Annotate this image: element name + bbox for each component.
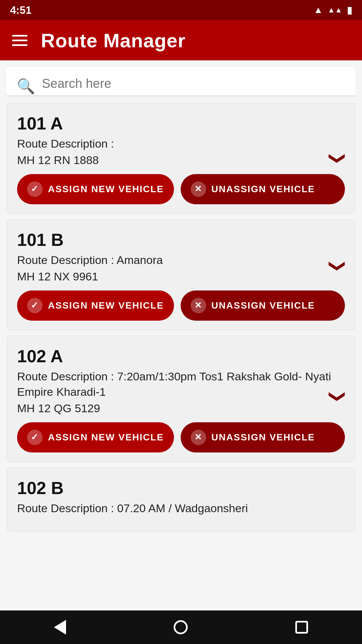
route-card-101b: 101 B Route Description : Amanora MH 12 … xyxy=(7,219,355,330)
hamburger-menu-icon[interactable] xyxy=(12,35,27,46)
route-vehicle-102a: MH 12 QG 5129 xyxy=(17,402,345,415)
search-icon: 🔍 xyxy=(17,77,35,95)
app-bar: Route Manager xyxy=(0,20,362,60)
route-vehicle-101a: MH 12 RN 1888 xyxy=(17,154,345,167)
checkmark-icon-assign-102a: ✓ xyxy=(27,430,43,445)
card-actions-101a: ✓ ASSIGN NEW VEHICLE ✕ UNASSIGN VEHICLE xyxy=(17,174,345,204)
route-cards-list: 101 A Route Description : MH 12 RN 1888 … xyxy=(0,96,362,538)
route-card-102a: 102 A Route Description : 7:20am/1:30pm … xyxy=(7,336,355,462)
home-circle-icon xyxy=(174,620,188,634)
route-id-101b: 101 B xyxy=(17,230,345,250)
bottom-nav-bar xyxy=(0,610,362,644)
search-bar: 🔍 xyxy=(7,67,355,96)
app-title: Route Manager xyxy=(41,29,186,52)
cross-icon-unassign-101a: ✕ xyxy=(191,181,206,197)
search-input[interactable] xyxy=(42,76,345,96)
battery-icon: ▮ xyxy=(347,5,352,16)
assign-vehicle-button-101a[interactable]: ✓ ASSIGN NEW VEHICLE xyxy=(17,174,174,204)
unassign-label-101b: UNASSIGN VEHICLE xyxy=(212,300,315,311)
route-id-101a: 101 A xyxy=(17,113,345,133)
route-vehicle-101b: MH 12 NX 9961 xyxy=(17,270,345,283)
chevron-down-icon-102a[interactable]: ❯ xyxy=(329,390,348,403)
assign-vehicle-button-101b[interactable]: ✓ ASSIGN NEW VEHICLE xyxy=(17,290,174,321)
back-button[interactable] xyxy=(54,620,66,635)
route-desc-label-101a: Route Description : xyxy=(17,136,345,152)
cross-icon-unassign-102a: ✕ xyxy=(191,430,206,445)
route-desc-label-102a: Route Description : 7:20am/1:30pm Tos1 R… xyxy=(17,369,345,400)
assign-label-101a: ASSIGN NEW VEHICLE xyxy=(48,184,164,195)
assign-label-101b: ASSIGN NEW VEHICLE xyxy=(48,300,164,311)
recent-square-icon xyxy=(295,621,308,634)
signal-icon: ▲▲ xyxy=(327,6,342,14)
status-bar: 4:51 ▲ ▲▲ ▮ xyxy=(0,0,362,20)
cross-icon-unassign-101b: ✕ xyxy=(191,298,206,313)
chevron-down-icon-101b[interactable]: ❯ xyxy=(329,259,348,273)
assign-label-102a: ASSIGN NEW VEHICLE xyxy=(48,432,164,443)
unassign-vehicle-button-101b[interactable]: ✕ UNASSIGN VEHICLE xyxy=(181,290,345,321)
home-button[interactable] xyxy=(174,620,188,634)
unassign-label-102a: UNASSIGN VEHICLE xyxy=(212,432,315,443)
status-time: 4:51 xyxy=(10,4,32,16)
route-card-102b: 102 B Route Description : 07.20 AM / Wad… xyxy=(7,468,355,532)
route-desc-label-102b: Route Description : 07.20 AM / Wadgaonsh… xyxy=(17,501,345,516)
unassign-vehicle-button-101a[interactable]: ✕ UNASSIGN VEHICLE xyxy=(181,174,345,204)
card-actions-102a: ✓ ASSIGN NEW VEHICLE ✕ UNASSIGN VEHICLE xyxy=(17,422,345,452)
route-desc-label-101b: Route Description : Amanora xyxy=(17,253,345,268)
checkmark-icon-assign-101a: ✓ xyxy=(27,181,43,197)
wifi-icon: ▲ xyxy=(314,5,323,15)
checkmark-icon-assign-101b: ✓ xyxy=(27,298,43,313)
unassign-label-101a: UNASSIGN VEHICLE xyxy=(212,184,315,195)
route-card-101a: 101 A Route Description : MH 12 RN 1888 … xyxy=(7,103,355,214)
status-icons: ▲ ▲▲ ▮ xyxy=(314,5,352,16)
back-arrow-icon xyxy=(54,620,66,635)
unassign-vehicle-button-102a[interactable]: ✕ UNASSIGN VEHICLE xyxy=(181,422,345,452)
card-actions-101b: ✓ ASSIGN NEW VEHICLE ✕ UNASSIGN VEHICLE xyxy=(17,290,345,321)
route-id-102a: 102 A xyxy=(17,346,345,366)
route-id-102b: 102 B xyxy=(17,478,345,498)
recent-apps-button[interactable] xyxy=(295,621,308,634)
assign-vehicle-button-102a[interactable]: ✓ ASSIGN NEW VEHICLE xyxy=(17,422,174,452)
chevron-down-icon-101a[interactable]: ❯ xyxy=(329,152,348,165)
